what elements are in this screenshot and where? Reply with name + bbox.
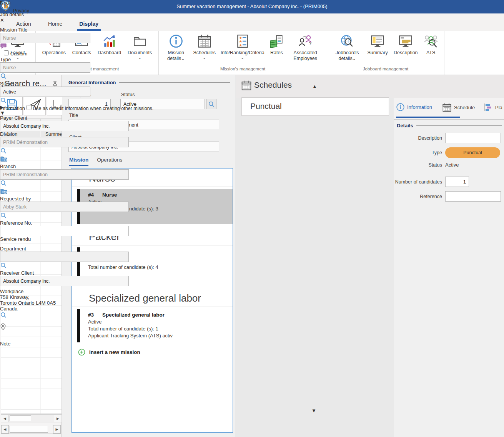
receiver-client-field[interactable]	[0, 276, 129, 286]
type-toggle[interactable]: Punctual	[445, 147, 500, 158]
status-field[interactable]: Active	[445, 162, 459, 168]
mission-title-label: Mission Title	[0, 27, 153, 33]
associated-employees-button[interactable]: ? Associated Employees	[289, 33, 322, 62]
mission-title-field[interactable]	[0, 33, 90, 43]
type-field[interactable]	[0, 62, 90, 73]
tab-planning[interactable]: Pla	[484, 103, 502, 112]
rates-button[interactable]: Rates	[269, 33, 284, 56]
grid-cell[interactable]	[1, 358, 41, 368]
grid-cell[interactable]	[1, 389, 41, 399]
division-field[interactable]	[0, 137, 129, 147]
payer-client-field[interactable]	[0, 121, 129, 131]
use-default-info-checkbox[interactable]	[27, 105, 32, 110]
mission-details-button[interactable]: Mission details⌄	[164, 33, 188, 62]
requested-by-field[interactable]	[0, 202, 129, 212]
table-row[interactable]	[1, 379, 62, 389]
status-search-button[interactable]	[206, 99, 216, 109]
schedules-header: Schedules	[236, 75, 504, 98]
dock-top-guide[interactable]: ▲	[312, 83, 317, 89]
number-of-candidates-field[interactable]	[445, 177, 469, 187]
punctual-section-bar[interactable]: Punctual	[241, 97, 389, 116]
folder-search-icon	[0, 155, 8, 162]
grid-cell[interactable]	[41, 410, 62, 414]
tab-information[interactable]: Information	[396, 103, 432, 112]
branch-browse-button[interactable]	[0, 188, 153, 196]
division-browse-button[interactable]	[0, 155, 153, 163]
table-row[interactable]	[1, 389, 62, 399]
grid-cell[interactable]	[41, 379, 62, 389]
group-label-jobboard: Jobboard management	[327, 65, 444, 75]
grid-cell[interactable]	[41, 358, 62, 368]
comment-button[interactable]	[0, 43, 153, 50]
table-row[interactable]	[1, 399, 62, 410]
branch-field[interactable]	[0, 169, 129, 180]
grid-cell[interactable]	[1, 399, 41, 409]
table-row[interactable]	[1, 347, 62, 358]
search-icon	[0, 312, 7, 319]
dock-bottom-guide[interactable]: ▼	[311, 408, 316, 414]
chevron-down-icon: ⌄	[181, 56, 185, 61]
department-field[interactable]	[0, 252, 129, 262]
scroll-right-icon[interactable]: ▶	[53, 425, 61, 434]
ribbon-button-label: Associated Employees	[289, 50, 322, 62]
grid-cell[interactable]	[41, 389, 62, 399]
grid-cell[interactable]	[1, 410, 41, 414]
schedules-button[interactable]: Schedules ⌄	[193, 33, 216, 59]
reference-no-field[interactable]	[0, 226, 129, 236]
search-icon	[0, 73, 7, 80]
custom-checkbox[interactable]	[4, 50, 9, 55]
summary-button[interactable]: Summary	[367, 33, 388, 56]
ats-icon	[424, 34, 438, 48]
chevron-down-icon: ⌄	[241, 56, 244, 59]
grid-cell[interactable]	[1, 368, 41, 378]
table-row[interactable]	[1, 368, 62, 379]
workplace-map-button[interactable]	[0, 323, 153, 335]
payer-client-label: Payer Client	[0, 115, 153, 121]
search-icon	[208, 101, 215, 108]
workplace-search-button[interactable]	[0, 312, 153, 323]
status-search-button[interactable]	[0, 97, 153, 105]
number-of-candidates-label: Number of candidates	[394, 179, 445, 185]
tab-schedule[interactable]: Schedule	[442, 103, 475, 112]
scrollbar-thumb[interactable]	[10, 426, 48, 433]
grid-cell[interactable]	[1, 347, 41, 357]
info-icon	[0, 0, 10, 10]
custom-label: Custom	[10, 51, 28, 57]
svg-text:?: ?	[309, 41, 312, 46]
dialog-title: Job details	[0, 12, 153, 17]
jobboards-details-button[interactable]: Jobboard's details⌄	[333, 33, 361, 62]
insert-new-mission-button[interactable]: Insert a new mission	[78, 349, 233, 356]
grid-cell[interactable]	[41, 347, 62, 357]
table-row[interactable]	[1, 358, 62, 368]
section-details: Details	[397, 123, 502, 128]
punctual-label: Punctual	[250, 102, 282, 111]
panel-h-scrollbar[interactable]: ◀ ▶	[1, 425, 61, 434]
status-label: Status	[0, 81, 153, 87]
department-search-button[interactable]	[0, 262, 153, 270]
associated-employees-icon: ?	[298, 34, 313, 48]
branch-search-button[interactable]	[0, 180, 153, 188]
table-row[interactable]	[1, 410, 62, 414]
type-search-button[interactable]	[0, 73, 153, 81]
status-field[interactable]	[0, 87, 90, 97]
active-tab-underline	[396, 117, 460, 118]
requested-by-search-button[interactable]	[0, 212, 153, 220]
grid-cell[interactable]	[41, 368, 62, 378]
scrollbar-thumb[interactable]	[10, 415, 31, 421]
workplace-field[interactable]: 758 Kinsway, Toronto Ontario L4M 0A5 Can…	[0, 294, 153, 312]
description-button[interactable]: Description	[394, 33, 418, 56]
grid-h-scrollbar[interactable]: ◀ ▶	[1, 414, 62, 422]
division-search-button[interactable]	[0, 147, 153, 155]
search-icon	[0, 147, 7, 154]
scroll-left-icon[interactable]: ◀	[1, 425, 9, 434]
ats-button[interactable]: ATS	[424, 33, 438, 56]
grid-cell[interactable]	[41, 399, 62, 409]
reference-field[interactable]	[445, 191, 501, 202]
description-field[interactable]	[445, 133, 501, 143]
scroll-left-icon[interactable]: ◀	[1, 415, 9, 422]
info-ranking-button[interactable]: ★★★ Info/Ranking/Criteria ⌄	[221, 33, 264, 59]
toggle-label: Punctual	[445, 150, 500, 155]
scroll-right-icon[interactable]: ▶	[54, 415, 62, 422]
grid-cell[interactable]	[1, 379, 41, 389]
close-icon[interactable]: ✕	[0, 17, 153, 23]
